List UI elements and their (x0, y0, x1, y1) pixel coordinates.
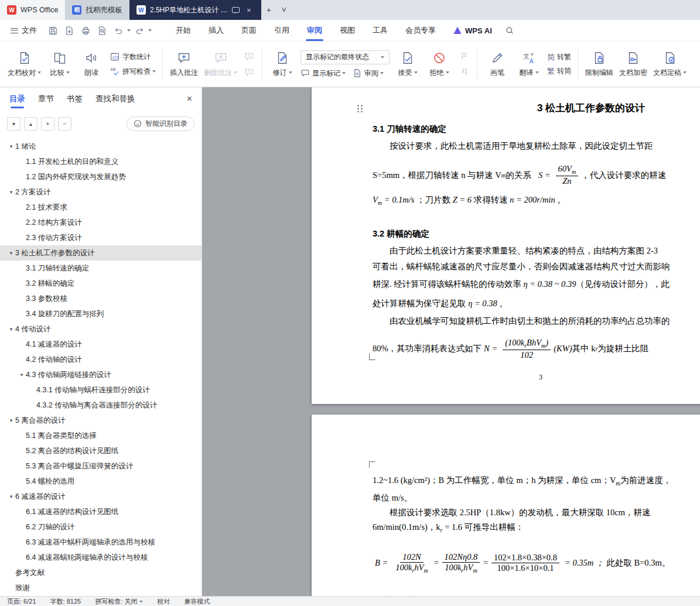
doc-proofread-button[interactable]: 文档校对 (5, 49, 44, 80)
document-page-2[interactable]: 1.2~1.6 (kg/cm²)；B 为工作幅宽，单位 m；h 为耕深，单位 c… (312, 415, 700, 596)
restrict-editing-button[interactable]: 限制编辑 (582, 49, 616, 80)
toc-item[interactable]: 6.1 减速器的结构设计见图纸 (0, 504, 202, 519)
toc-item[interactable]: 6.4 减速器蜗轮两端轴承的设计与校核 (0, 550, 202, 565)
previous-comment-button[interactable] (243, 50, 255, 62)
toc-item[interactable]: 1.2 国内外研究现状与发展趋势 (0, 169, 202, 184)
finalize-document-button[interactable]: 文档定稿 (650, 49, 689, 80)
status-spell-check[interactable]: 拼写检查: 关闭 (95, 597, 143, 606)
previous-revision-button[interactable] (457, 50, 470, 62)
word-count-button[interactable]: 123 字数统计 (110, 52, 156, 62)
output-pdf-button[interactable] (62, 23, 77, 37)
redo-button[interactable] (132, 23, 147, 37)
toc-expand-arrow-icon[interactable]: ▾ (7, 250, 15, 256)
chevron-down-icon[interactable] (148, 29, 152, 32)
smart-toc-button[interactable]: 智能识别目录 (127, 117, 194, 131)
collapse-all-button[interactable]: ▾ (7, 117, 21, 131)
sidebar-tab[interactable]: 目录 (9, 87, 25, 111)
menu-tab[interactable]: 工具 (364, 20, 397, 41)
toc-item[interactable]: 4.2 传动轴的设计 (0, 352, 202, 367)
search-button[interactable] (505, 26, 514, 35)
paragraph-drag-handle-icon[interactable] (357, 105, 359, 107)
menu-tab[interactable]: 审阅 (298, 20, 331, 41)
save-button[interactable] (45, 23, 60, 37)
menu-tab[interactable]: 会员专享 (397, 20, 445, 41)
tab-list-button[interactable]: ˅ (276, 0, 292, 20)
tab-docer-templates[interactable]: 稻 找稻壳模板 (65, 0, 129, 20)
markup-state-select[interactable]: 显示标记的最终状态 (301, 50, 390, 64)
toc-item[interactable]: 4.1 减速器的设计 (0, 337, 202, 352)
toc-item[interactable]: 5.1 离合器类型的选择 (0, 428, 202, 443)
toc-item[interactable]: 4.3.1 传动轴与蜗杆连接部分的设计 (0, 382, 202, 398)
delete-comment-button[interactable]: 删除批注 (201, 49, 240, 80)
toc-item[interactable]: 5.3 离合器中螺旋压缩弹簧的设计 (0, 458, 202, 474)
print-button[interactable] (78, 23, 93, 37)
toc-item[interactable]: 6.2 刀轴的设计 (0, 519, 202, 535)
document-canvas[interactable]: 3 松土机工作参数的设计 3.1 刀轴转速的确定 按设计要求，此松土机需适用于旱… (202, 87, 700, 596)
file-menu-button[interactable]: 文件 (5, 25, 43, 36)
toc-item[interactable]: ▾3 松土机工作参数的设计 (0, 245, 202, 261)
status-word-count[interactable]: 字数: 8125 (50, 597, 81, 606)
toc-expand-arrow-icon[interactable]: ▾ (7, 189, 15, 195)
toc-expand-arrow-icon[interactable]: ▾ (7, 417, 15, 423)
toc-item[interactable]: ▾4.3 传动轴两端链接的设计 (0, 367, 202, 382)
document-page-1[interactable]: 3 松土机工作参数的设计 3.1 刀轴转速的确定 按设计要求，此松土机需适用于旱… (312, 87, 700, 404)
toc-item[interactable]: 3.4 旋耕刀的配置与排列 (0, 306, 202, 321)
toc-expand-arrow-icon[interactable]: ▾ (7, 326, 15, 332)
expand-all-button[interactable]: ▴ (24, 117, 37, 131)
toc-item[interactable]: 3.3 参数校核 (0, 291, 202, 306)
review-options-button[interactable]: 审阅 (353, 69, 384, 78)
status-page-info[interactable]: 页面: 6/21 (7, 597, 36, 606)
toc-expand-arrow-icon[interactable]: ▾ (7, 143, 15, 149)
toc-item[interactable]: 2.2 结构方案设计 (0, 215, 202, 230)
toc-item[interactable]: 6.3 减速器中蜗杆两端轴承的选用与校核 (0, 535, 202, 550)
accept-revision-button[interactable]: 接受 (392, 49, 424, 80)
toc-item[interactable]: ▾4 传动设计 (0, 321, 202, 337)
tab-document[interactable]: W 2.5HP旱地松土机设计 说明书 × (129, 0, 261, 20)
toc-expand-arrow-icon[interactable]: ▾ (7, 494, 15, 499)
encrypt-document-button[interactable]: 文档加密 (616, 49, 650, 80)
toc-item[interactable]: 参考文献 (0, 565, 202, 580)
sidebar-tab[interactable]: 书签 (67, 87, 83, 111)
status-proofread[interactable]: 校对 (157, 597, 170, 606)
toc-item[interactable]: 5.2 离合器的结构设计见图纸 (0, 443, 202, 458)
toc-item[interactable]: 3.2 耕幅的确定 (0, 276, 202, 291)
undo-button[interactable] (111, 23, 126, 37)
sidebar-tab[interactable]: 章节 (38, 87, 54, 111)
menu-tab[interactable]: 页面 (233, 20, 265, 41)
tab-wps-home[interactable]: W WPS Office (0, 0, 65, 20)
toc-item[interactable]: 致谢 (0, 580, 202, 595)
wps-ai-button[interactable]: WPS AI (453, 26, 492, 35)
status-compat-mode[interactable]: 兼容模式 (184, 597, 210, 606)
next-revision-button[interactable] (457, 66, 470, 78)
spell-check-button[interactable]: AB 拼写检查 (110, 66, 156, 77)
traditional-to-simplified-button[interactable]: 繁 转简 (547, 66, 571, 76)
chevron-down-icon[interactable] (127, 29, 131, 32)
menu-tab[interactable]: 开始 (167, 20, 200, 41)
simplified-to-traditional-button[interactable]: 简 转繁 (547, 52, 571, 62)
zoom-out-outline-button[interactable]: − (58, 117, 71, 131)
toc-item[interactable]: 1.1 开发松土机的目的和意义 (0, 154, 202, 169)
insert-comment-button[interactable]: 插入批注 (167, 49, 201, 80)
menu-tab[interactable]: 视图 (331, 20, 364, 41)
track-changes-button[interactable]: 修订 (267, 49, 298, 80)
sidebar-tab[interactable]: 查找和替换 (95, 87, 135, 111)
next-comment-button[interactable] (243, 66, 255, 78)
comment-bubble-icon[interactable] (232, 7, 240, 13)
toc-item[interactable]: 2.1 技术要求 (0, 200, 202, 215)
menu-tab[interactable]: 插入 (200, 20, 233, 41)
toc-item[interactable]: 4.3.2 传动轴与离合器连接部分的设计 (0, 398, 202, 413)
zoom-in-outline-button[interactable]: + (41, 117, 54, 131)
read-aloud-button[interactable]: 朗读 (76, 49, 107, 80)
compare-button[interactable]: 比较 (44, 49, 76, 80)
toc-item[interactable]: 3.1 刀轴转速的确定 (0, 261, 202, 276)
show-markup-button[interactable]: 显示标记 (301, 69, 346, 78)
toc-item[interactable]: 2.3 传动方案设计 (0, 230, 202, 245)
toc-item[interactable]: ▾5 离合器的设计 (0, 413, 202, 428)
print-preview-button[interactable] (94, 23, 110, 37)
close-document-tab-icon[interactable]: × (244, 6, 254, 15)
translate-button[interactable]: 文 A 翻译 (513, 49, 545, 80)
toc-item[interactable]: ▾2 方案设计 (0, 184, 202, 200)
new-tab-button[interactable]: + (261, 0, 276, 20)
close-pane-icon[interactable]: × (187, 94, 192, 104)
ink-pen-button[interactable]: 画笔 (482, 49, 513, 80)
